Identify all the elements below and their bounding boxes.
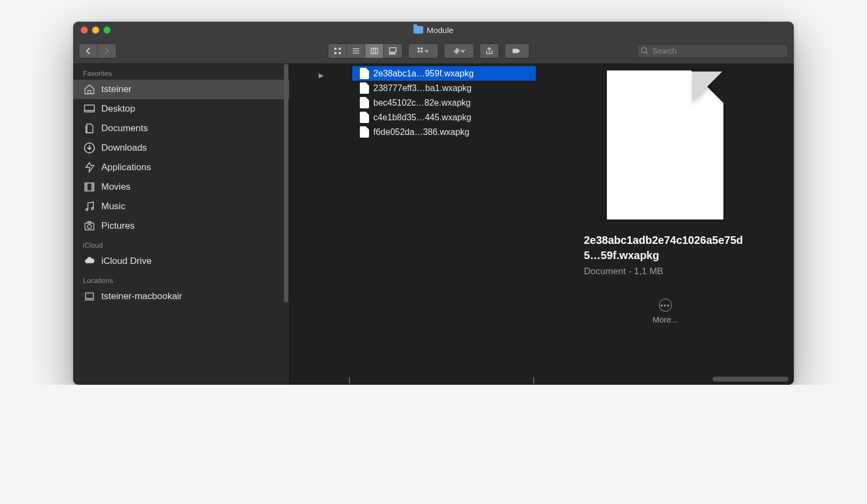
nav-buttons	[79, 43, 117, 59]
sidebar-item-label: tsteiner	[101, 84, 132, 95]
minimize-button[interactable]	[92, 27, 99, 34]
sidebar-item-label: tsteiner-macbookair	[101, 291, 182, 302]
arrange-button[interactable]	[409, 44, 438, 58]
folder-icon	[413, 26, 423, 34]
desktop-icon	[83, 102, 96, 115]
svg-point-33	[86, 209, 88, 211]
file-icon	[360, 68, 369, 79]
preview-filename: 2e38abc1adb2e74c1026a5e75d5…59f.wxapkg	[584, 232, 747, 263]
file-row[interactable]: 2e38abc1a…959f.wxapkg	[352, 66, 536, 81]
tags-group	[504, 43, 529, 59]
section-favorites: Favorites	[73, 64, 289, 80]
svg-rect-3	[339, 52, 341, 54]
more-label: More...	[652, 315, 678, 324]
svg-point-36	[87, 224, 91, 228]
sidebar-item-label: Documents	[101, 123, 148, 134]
svg-rect-16	[418, 50, 420, 53]
more-button[interactable]: ●●● More...	[652, 299, 678, 324]
sidebar-item-icloud[interactable]: iCloud Drive	[73, 251, 289, 271]
search-icon	[640, 47, 649, 57]
sidebar-item-pictures[interactable]: Pictures	[73, 216, 289, 236]
svg-rect-1	[339, 48, 341, 50]
share-button[interactable]	[480, 44, 499, 58]
sidebar-item-desktop[interactable]: Desktop	[73, 99, 289, 119]
preview-thumbnail	[607, 70, 723, 219]
file-name: c4e1b8d35…445.wxapkg	[373, 113, 471, 122]
file-name: 238777eff3…ba1.wxapkg	[373, 83, 471, 93]
section-icloud: iCloud	[73, 236, 289, 251]
page-curl-icon	[691, 70, 723, 103]
search-field[interactable]	[637, 44, 788, 58]
file-name: bec45102c…82e.wxapkg	[373, 98, 471, 108]
sidebar-item-label: Desktop	[101, 104, 135, 114]
svg-rect-35	[85, 223, 94, 230]
file-row[interactable]: f6de052da…386.wxapkg	[352, 125, 536, 139]
toolbar	[73, 38, 794, 64]
share-group	[480, 43, 499, 59]
forward-button[interactable]	[98, 44, 116, 58]
svg-rect-10	[390, 48, 396, 52]
window-title: Module	[73, 25, 794, 35]
home-icon	[83, 83, 96, 96]
list-view-button[interactable]	[347, 44, 365, 58]
ellipsis-icon: ●●●	[659, 299, 672, 312]
sidebar-item-documents[interactable]: Documents	[73, 119, 289, 138]
documents-icon	[83, 122, 96, 135]
file-icon	[360, 82, 369, 94]
svg-rect-20	[88, 91, 91, 94]
sidebar-scrollbar[interactable]	[284, 64, 288, 302]
sidebar-item-home[interactable]: tsteiner	[73, 80, 289, 99]
parent-column[interactable]: ▶ ||	[290, 64, 352, 385]
svg-rect-37	[88, 222, 91, 223]
sidebar-item-downloads[interactable]: Downloads	[73, 138, 289, 158]
action-button[interactable]	[444, 44, 474, 58]
file-row[interactable]: c4e1b8d35…445.wxapkg	[352, 110, 536, 125]
horizontal-scrollbar[interactable]	[713, 377, 788, 382]
finder-window: Module	[73, 22, 794, 385]
back-button[interactable]	[79, 44, 98, 58]
svg-line-19	[646, 52, 648, 54]
svg-rect-0	[334, 48, 337, 50]
section-locations: Locations	[73, 271, 289, 287]
close-button[interactable]	[81, 27, 88, 34]
svg-rect-7	[371, 48, 378, 54]
file-row[interactable]: bec45102c…82e.wxapkg	[352, 95, 536, 110]
tags-button[interactable]	[505, 44, 529, 58]
column-resize-handle[interactable]: ||	[533, 376, 534, 384]
svg-rect-14	[418, 47, 420, 49]
window-title-text: Module	[426, 25, 453, 35]
sidebar-item-music[interactable]: Music	[73, 197, 289, 216]
file-name: 2e38abc1a…959f.wxapkg	[373, 69, 474, 79]
svg-rect-11	[390, 53, 391, 54]
sidebar-item-label: Movies	[101, 182, 131, 192]
search-input[interactable]	[637, 44, 788, 58]
sidebar-item-label: iCloud Drive	[101, 256, 152, 267]
column-resize-handle[interactable]: ||	[348, 376, 350, 384]
maximize-button[interactable]	[103, 27, 111, 34]
downloads-icon	[83, 141, 96, 154]
svg-rect-15	[420, 47, 423, 49]
column-view-button[interactable]	[365, 44, 384, 58]
file-name: f6de052da…386.wxapkg	[373, 127, 469, 137]
view-switcher	[328, 43, 403, 59]
file-list-column: 2e38abc1a…959f.wxapkg 238777eff3…ba1.wxa…	[352, 64, 536, 385]
titlebar: Module	[73, 22, 794, 38]
svg-rect-21	[85, 105, 94, 112]
icon-view-button[interactable]	[328, 44, 347, 58]
file-row[interactable]: 238777eff3…ba1.wxapkg	[352, 81, 536, 95]
svg-point-18	[642, 47, 646, 52]
traffic-lights	[73, 27, 111, 34]
svg-rect-17	[420, 50, 423, 53]
file-icon	[360, 97, 369, 108]
svg-rect-38	[86, 293, 94, 299]
action-group	[444, 43, 474, 59]
sidebar-item-movies[interactable]: Movies	[73, 177, 289, 197]
preview-pane: 2e38abc1adb2e74c1026a5e75d5…59f.wxapkg D…	[536, 64, 794, 385]
pictures-icon	[83, 219, 96, 232]
sidebar-item-label: Pictures	[101, 221, 134, 231]
svg-rect-13	[394, 53, 395, 54]
sidebar-item-applications[interactable]: Applications	[73, 158, 289, 177]
gallery-view-button[interactable]	[384, 44, 402, 58]
sidebar-item-laptop[interactable]: tsteiner-macbookair	[73, 287, 289, 306]
sidebar-item-label: Music	[101, 201, 125, 212]
